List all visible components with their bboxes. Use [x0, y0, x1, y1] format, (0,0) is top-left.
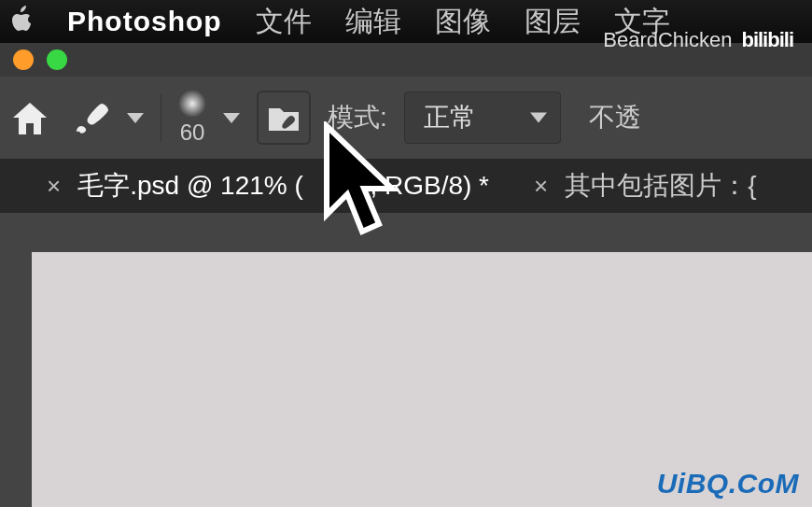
- tab-title: 毛字.psd @ 121% (图层2, RGB/8) *: [77, 168, 489, 204]
- options-bar: 60 模式: 正常 不透: [0, 77, 812, 159]
- watermark-author: BeardChicken: [603, 28, 732, 52]
- brush-preset-picker[interactable]: 60: [178, 90, 206, 146]
- brush-settings-button[interactable]: [257, 91, 311, 145]
- menu-layer[interactable]: 图层: [525, 3, 581, 41]
- document-tab[interactable]: × 其中包括图片：{: [534, 168, 757, 204]
- brush-preview-icon: [178, 90, 206, 118]
- blend-mode-value: 正常: [424, 100, 476, 135]
- home-icon[interactable]: [9, 97, 50, 138]
- menu-edit[interactable]: 编辑: [345, 3, 401, 41]
- mode-label: 模式:: [328, 100, 387, 135]
- brush-preset-dropdown-icon[interactable]: [223, 113, 240, 123]
- document-tab-active[interactable]: × 毛字.psd @ 121% (图层2, RGB/8) *: [47, 168, 489, 204]
- chevron-down-icon: [530, 113, 547, 123]
- tools-rail: [0, 213, 32, 507]
- menu-file[interactable]: 文件: [256, 3, 312, 41]
- window-close-button[interactable]: [13, 49, 34, 70]
- opacity-label: 不透: [589, 100, 641, 135]
- tool-dropdown-icon[interactable]: [127, 113, 144, 123]
- watermark-top: BeardChicken bilibili: [603, 28, 793, 52]
- brush-tool-icon[interactable]: [73, 99, 110, 136]
- brush-size-value: 60: [180, 120, 205, 146]
- tab-title: 其中包括图片：{: [565, 168, 756, 204]
- bilibili-logo: bilibili: [741, 28, 793, 52]
- window-zoom-button[interactable]: [47, 49, 67, 70]
- close-icon[interactable]: ×: [47, 172, 61, 201]
- document-tabs: × 毛字.psd @ 121% (图层2, RGB/8) * × 其中包括图片：…: [0, 159, 812, 213]
- watermark-bottom: UiBQ.CoM: [657, 468, 799, 500]
- close-icon[interactable]: ×: [534, 172, 548, 201]
- divider: [161, 94, 161, 141]
- blend-mode-select[interactable]: 正常: [404, 92, 561, 144]
- app-name[interactable]: Photoshop: [67, 6, 222, 37]
- menu-image[interactable]: 图像: [435, 3, 491, 41]
- apple-icon[interactable]: [9, 5, 34, 39]
